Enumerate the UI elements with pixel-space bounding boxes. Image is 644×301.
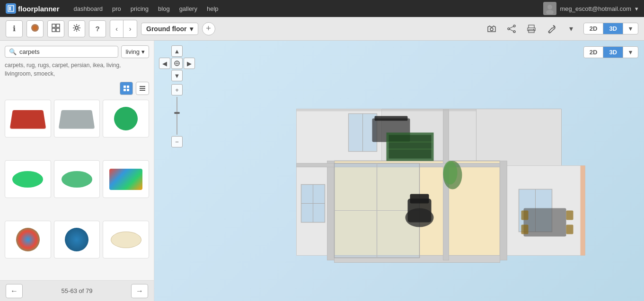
carpet-circle-kids-shape: [16, 228, 40, 251]
list-item[interactable]: [103, 160, 149, 198]
svg-point-20: [549, 31, 550, 32]
view-2d-button[interactable]: 2D: [584, 23, 604, 34]
nav-help[interactable]: help: [207, 5, 219, 12]
logo-icon: [6, 3, 16, 14]
svg-rect-26: [140, 88, 145, 89]
pan-down-button[interactable]: ▼: [171, 70, 183, 81]
nav-gallery[interactable]: gallery: [179, 5, 197, 12]
toolbar-right: ▾ 2D 3D ▾: [484, 21, 638, 36]
svg-rect-55: [523, 208, 566, 236]
list-item[interactable]: [54, 221, 100, 258]
add-floor-button[interactable]: +: [202, 22, 215, 35]
svg-line-15: [510, 26, 513, 28]
canvas-area[interactable]: ▲ ◀ ▶ ▼ +: [154, 41, 644, 301]
svg-rect-23: [124, 89, 126, 91]
map-ctrl-mid-row: ◀ ▶: [159, 58, 195, 69]
search-input[interactable]: [19, 48, 114, 55]
svg-line-16: [510, 29, 513, 31]
map-controls: ▲ ◀ ▶ ▼ +: [159, 45, 195, 147]
nav-blog[interactable]: blog: [158, 5, 170, 12]
pan-right-button[interactable]: ▶: [184, 58, 195, 69]
nav-pricing[interactable]: pricing: [131, 5, 149, 12]
user-dropdown-icon[interactable]: ▾: [635, 5, 638, 12]
search-input-wrapper: 🔍: [5, 46, 118, 58]
pagination: ← 55-63 of 79 →: [0, 280, 154, 301]
svg-rect-63: [374, 116, 407, 120]
materials-icon: [30, 23, 40, 34]
category-dropdown[interactable]: living ▾: [121, 45, 149, 58]
carpet-oval-green2-shape: [62, 171, 92, 188]
zoom-slider-handle[interactable]: [174, 112, 180, 114]
nav-pro[interactable]: pro: [112, 5, 121, 12]
canvas-2d-button[interactable]: 2D: [584, 47, 604, 58]
svg-rect-21: [124, 86, 126, 88]
items-grid: [0, 98, 154, 280]
carpet-round-green-shape: [114, 107, 138, 130]
list-view-button[interactable]: [136, 82, 149, 95]
svg-point-12: [513, 25, 515, 27]
zoom-in-button[interactable]: +: [171, 84, 183, 95]
avatar: [543, 2, 556, 15]
canvas-3d-button[interactable]: 3D: [603, 47, 623, 58]
view-3d-dropdown[interactable]: ▾: [623, 23, 638, 34]
user-info[interactable]: meg_escott@hotmail.com ▾: [543, 2, 638, 15]
print-button[interactable]: [524, 21, 539, 36]
prev-page-button[interactable]: ←: [6, 284, 23, 298]
rooms-icon: [51, 23, 61, 34]
svg-point-3: [546, 10, 554, 14]
list-item[interactable]: [103, 100, 149, 138]
settings-button[interactable]: [68, 20, 85, 37]
settings-icon: [72, 23, 81, 34]
list-item[interactable]: [54, 100, 100, 138]
map-ctrl-bot-row: ▼: [159, 70, 195, 81]
help-button[interactable]: ?: [89, 20, 106, 37]
next-page-button[interactable]: →: [131, 284, 148, 298]
svg-rect-7: [56, 24, 60, 27]
svg-rect-25: [140, 86, 145, 87]
list-item[interactable]: [54, 160, 100, 198]
materials-button[interactable]: [26, 20, 44, 37]
svg-point-14: [513, 31, 515, 33]
logo[interactable]: floorplanner: [6, 3, 60, 14]
nav-arrows: ‹ ›: [110, 20, 137, 38]
zoom-out-button[interactable]: −: [171, 136, 183, 147]
canvas-3d-options-button[interactable]: ▾: [623, 47, 638, 58]
floor-selector[interactable]: Ground floor ▾: [141, 23, 198, 35]
view-mode-toggle: [0, 82, 154, 98]
list-item[interactable]: [103, 221, 149, 258]
top-navigation: floorplanner dashboard pro pricing blog …: [0, 0, 644, 17]
camera-button[interactable]: [484, 21, 499, 36]
search-bar: 🔍 living ▾: [0, 41, 154, 61]
pan-up-button[interactable]: ▲: [171, 45, 183, 57]
svg-marker-68: [296, 109, 476, 111]
map-ctrl-top-row: ▲: [159, 45, 195, 57]
help-icon: ?: [95, 25, 99, 33]
list-item[interactable]: [5, 221, 51, 258]
toolbar: ℹ ? ‹ ›: [0, 17, 644, 41]
more-icon: ▾: [569, 24, 573, 33]
floor-dropdown-icon: ▾: [190, 25, 193, 33]
svg-point-5: [33, 26, 37, 30]
info-icon: ℹ: [13, 24, 16, 33]
nav-prev-button[interactable]: ‹: [110, 20, 124, 37]
rooms-button[interactable]: [47, 20, 64, 37]
view-3d-button[interactable]: 3D: [603, 23, 623, 34]
grid-view-button[interactable]: [120, 82, 133, 95]
svg-point-61: [443, 161, 457, 184]
info-button[interactable]: ℹ: [6, 20, 23, 37]
nav-next-button[interactable]: ›: [124, 20, 137, 37]
list-item[interactable]: [5, 160, 51, 198]
3d-floor-plan[interactable]: [239, 71, 594, 284]
list-item[interactable]: [5, 100, 51, 138]
svg-point-2: [547, 5, 552, 9]
svg-rect-9: [56, 28, 60, 32]
wrench-button[interactable]: [544, 21, 559, 36]
search-icon: 🔍: [9, 48, 17, 55]
pan-center-button[interactable]: [171, 58, 183, 69]
svg-rect-6: [52, 24, 55, 27]
share-button[interactable]: [504, 21, 519, 36]
pan-left-button[interactable]: ◀: [159, 58, 170, 69]
logo-text: floorplanner: [18, 5, 60, 13]
nav-dashboard[interactable]: dashboard: [74, 5, 103, 12]
more-button[interactable]: ▾: [564, 21, 579, 36]
